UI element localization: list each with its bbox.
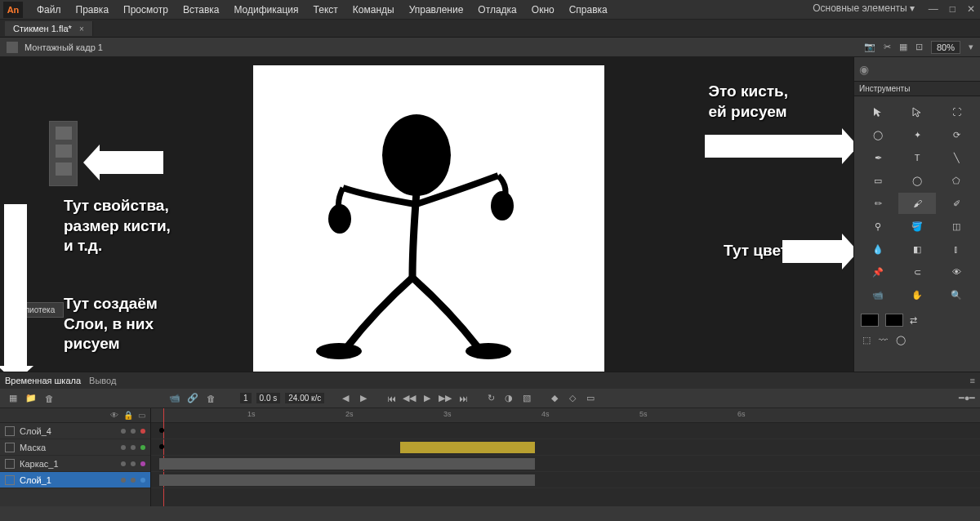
menu-edit[interactable]: Правка	[69, 4, 117, 16]
lasso-tool[interactable]: ◯	[859, 124, 897, 145]
layer-row[interactable]: Каркас_1	[0, 456, 150, 472]
timeline-tab[interactable]: Временная шкала	[5, 376, 81, 385]
bind-tool[interactable]: ⊂	[898, 261, 936, 283]
menu-text[interactable]: Текст	[306, 4, 345, 16]
close-icon[interactable]: ✕	[967, 3, 975, 15]
pen-tool[interactable]: ✒	[859, 147, 897, 168]
menu-file[interactable]: Файл	[29, 4, 69, 16]
visibility-header-icon[interactable]: 👁	[110, 411, 118, 420]
prop-icon-2[interactable]	[56, 145, 72, 158]
line-tool[interactable]: ╲	[938, 147, 975, 168]
eyedropper-tool[interactable]: 💧	[859, 238, 897, 260]
snap-icon[interactable]: ⬚	[862, 335, 871, 345]
frame-row[interactable]	[151, 439, 980, 456]
brush-tool[interactable]: 🖌	[898, 193, 936, 214]
frame-row[interactable]	[151, 423, 980, 439]
camera-icon[interactable]: 📷	[864, 42, 875, 52]
frames-column[interactable]: 1s 2s 3s 4s 5s 6s	[151, 408, 980, 506]
menu-window[interactable]: Окно	[524, 4, 562, 16]
edit-multi-icon[interactable]: ▧	[520, 393, 533, 404]
frame-row[interactable]	[151, 456, 980, 472]
paint-brush-tool[interactable]: ✐	[938, 193, 975, 214]
insert-blank-kf-icon[interactable]: ◇	[566, 393, 579, 404]
menu-commands[interactable]: Команды	[345, 4, 402, 16]
cc-icon[interactable]: ◉	[859, 63, 869, 76]
eraser-tool[interactable]: ◧	[898, 238, 936, 260]
maximize-icon[interactable]: □	[950, 3, 956, 15]
swap-colors-icon[interactable]: ⇄	[910, 315, 917, 326]
goto-last-icon[interactable]: ⏭	[457, 393, 470, 404]
fit-icon[interactable]: ⊡	[915, 42, 923, 52]
new-layer-icon[interactable]: ▦	[7, 393, 20, 404]
paint-bucket-tool[interactable]: 🪣	[898, 216, 936, 237]
outline-header-icon[interactable]: ▭	[138, 411, 145, 420]
3d-rotation-tool[interactable]: ⟳	[938, 124, 975, 145]
camera-tool[interactable]: 📹	[859, 284, 897, 305]
ink-bottle-tool[interactable]: ◫	[938, 216, 975, 237]
timeline-ruler[interactable]: 1s 2s 3s 4s 5s 6s	[151, 408, 980, 423]
layer-row[interactable]: Маска	[0, 439, 150, 456]
delete-icon[interactable]: 🗑	[204, 393, 217, 404]
scene-icon[interactable]	[7, 42, 18, 53]
goto-first-icon[interactable]: ⏮	[385, 393, 398, 404]
prop-icon-1[interactable]	[56, 127, 72, 140]
step-fwd-icon[interactable]: ▶▶	[439, 393, 452, 404]
menu-modify[interactable]: Модификация	[226, 4, 305, 16]
frame-number[interactable]: 1	[240, 393, 252, 403]
keyframe[interactable]	[159, 428, 164, 433]
insert-kf-icon[interactable]: ◆	[548, 393, 561, 404]
new-folder-icon[interactable]: 📁	[24, 393, 38, 404]
timeline-menu-icon[interactable]: ≡	[970, 376, 975, 385]
frame-span[interactable]	[159, 474, 535, 486]
menu-debug[interactable]: Отладка	[470, 4, 523, 16]
properties-panel[interactable]	[49, 121, 78, 186]
insert-frame-icon[interactable]: ▭	[584, 393, 597, 404]
magic-wand-tool[interactable]: ✦	[898, 124, 936, 145]
next-icon[interactable]: ▶	[357, 393, 370, 404]
menu-insert[interactable]: Вставка	[176, 4, 227, 16]
menu-view[interactable]: Просмотр	[116, 4, 176, 16]
delete-layer-icon[interactable]: 🗑	[42, 393, 56, 404]
canvas[interactable]	[253, 65, 604, 372]
document-tab[interactable]: Стикмен 1.fla* ×	[5, 21, 93, 36]
menu-help[interactable]: Справка	[562, 4, 615, 16]
rectangle-tool[interactable]: ▭	[859, 170, 897, 191]
oval-tool[interactable]: ◯	[898, 170, 936, 191]
loop-icon[interactable]: ↻	[484, 393, 497, 404]
text-tool[interactable]: T	[898, 147, 936, 168]
frame-row[interactable]	[151, 472, 980, 488]
minimize-icon[interactable]: —	[929, 3, 938, 15]
width-tool[interactable]: ⫿	[938, 238, 975, 260]
bone-tool[interactable]: ⚲	[859, 216, 897, 237]
stage-area[interactable]: блиотека Тут свойства, размер кисти, и т…	[0, 57, 853, 372]
layer-row[interactable]: Слой_4	[0, 423, 150, 439]
fill-color-swatch[interactable]	[885, 314, 903, 327]
frame-span[interactable]	[159, 458, 535, 470]
camera-toggle-icon[interactable]: 📹	[168, 393, 181, 404]
step-back-icon[interactable]: ◀◀	[403, 393, 416, 404]
workspace-selector[interactable]: Основные элементы ▾	[813, 2, 915, 14]
pin-tool[interactable]: 📌	[859, 261, 897, 283]
prop-icon-3[interactable]	[56, 163, 72, 176]
output-tab[interactable]: Вывод	[89, 376, 116, 385]
zoom-tool[interactable]: 🔍	[938, 284, 975, 305]
tab-close-icon[interactable]: ×	[79, 24, 84, 33]
link-icon[interactable]: 🔗	[186, 393, 199, 404]
lock-header-icon[interactable]: 🔒	[123, 411, 133, 420]
prev-icon[interactable]: ◀	[339, 393, 352, 404]
subselection-tool[interactable]	[898, 101, 936, 122]
menu-control[interactable]: Управление	[402, 4, 471, 16]
onion-skin-icon[interactable]: ◑	[502, 393, 515, 404]
selection-tool[interactable]	[859, 101, 897, 122]
grid-icon[interactable]: ▦	[899, 42, 907, 52]
layer-row[interactable]: Слой_1	[0, 472, 150, 488]
zoom-input[interactable]: 80%	[931, 41, 960, 54]
smooth-icon[interactable]: 〰	[879, 335, 888, 345]
free-transform-tool[interactable]: ⛶	[938, 101, 975, 122]
object-drawing-icon[interactable]: ◯	[896, 335, 906, 345]
pencil-tool[interactable]: ✏	[859, 193, 897, 214]
zoom-chevron-icon[interactable]: ▾	[969, 42, 973, 52]
stroke-color-swatch[interactable]	[861, 314, 879, 327]
play-icon[interactable]: ▶	[421, 393, 434, 404]
frame-span[interactable]	[400, 442, 535, 453]
